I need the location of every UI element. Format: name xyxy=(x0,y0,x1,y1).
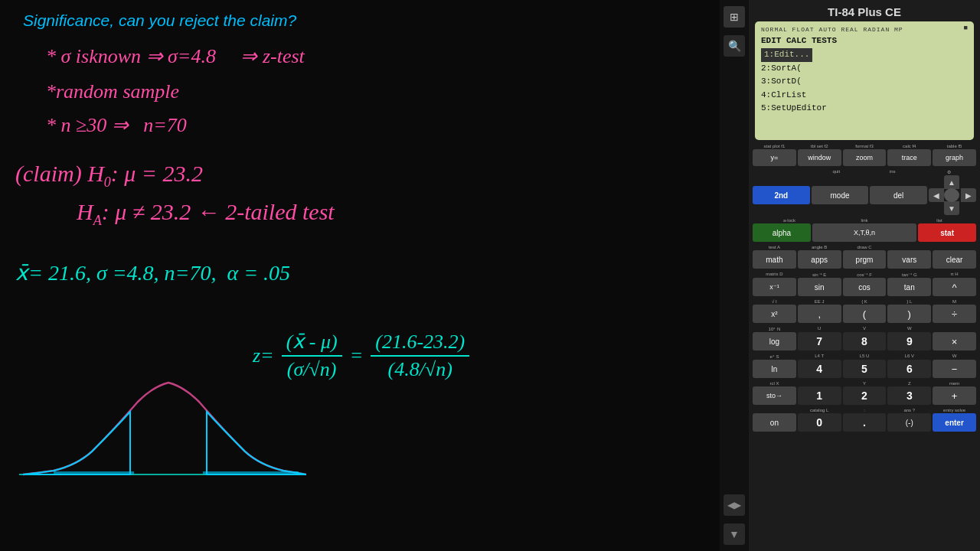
y-equals-button[interactable]: y= xyxy=(753,149,796,166)
on-button[interactable]: on xyxy=(753,413,796,432)
enter-button[interactable]: enter xyxy=(933,413,976,432)
neg-button[interactable]: (-) xyxy=(887,413,931,432)
5-button[interactable]: 5 xyxy=(843,360,887,378)
ln-button[interactable]: ln xyxy=(753,360,796,378)
line-n: * n ≥30 ⇒ n=70 xyxy=(46,113,187,137)
label-mem: mem xyxy=(933,381,976,386)
label-L6: L6 V xyxy=(887,354,931,359)
label-ins: ins xyxy=(865,169,920,174)
line-values: x̄= 21.6, σ =4.8, n=70, α = .05 xyxy=(15,260,290,285)
clear-button[interactable]: clear xyxy=(933,250,976,269)
label-L5: L5 U xyxy=(843,354,887,359)
multiply-button[interactable]: × xyxy=(933,332,976,350)
prgm-button[interactable]: prgm xyxy=(843,250,887,269)
1-button[interactable]: 1 xyxy=(798,386,841,405)
decimal-button[interactable]: . xyxy=(843,413,887,432)
tan-button[interactable]: tan xyxy=(887,278,931,296)
alpha-button[interactable]: alpha xyxy=(753,223,811,242)
x-inverse-button[interactable]: x⁻¹ xyxy=(753,278,796,296)
8-button[interactable]: 8 xyxy=(843,332,887,350)
del-button[interactable]: del xyxy=(870,186,927,204)
blackboard: Significance, can you reject the claim? … xyxy=(0,0,720,551)
calculator: TI-84 Plus CE NORMAL FLOAT AUTO REAL RAD… xyxy=(749,0,980,551)
menu-item-3[interactable]: 3:SortD( xyxy=(761,75,968,89)
sto-button[interactable]: sto→ xyxy=(753,386,796,405)
label-ex: eˣ S xyxy=(753,354,796,359)
label-test: test A xyxy=(753,245,796,249)
math-button[interactable]: math xyxy=(753,250,796,269)
label-rbrace: } L xyxy=(887,299,931,304)
label-stat-plot: stat plot f1 xyxy=(753,144,796,148)
label-calc: calc f4 xyxy=(887,144,931,148)
bell-curve xyxy=(15,367,306,490)
graph-button[interactable]: graph xyxy=(933,149,976,166)
nav-cross: ▲ ▼ ◀ ▶ xyxy=(929,175,976,215)
label-W: W xyxy=(887,326,931,331)
3-button[interactable]: 3 xyxy=(887,386,931,405)
nav-right-button[interactable]: ▶ xyxy=(961,188,976,202)
nav-down-button[interactable]: ▼ xyxy=(944,201,959,215)
label-draw: draw C xyxy=(843,245,887,249)
4-button[interactable]: 4 xyxy=(798,360,841,378)
menu-item-5[interactable]: 5:SetUpEditor xyxy=(761,102,968,116)
label-cos-inv: cos⁻¹ F xyxy=(843,272,887,277)
label-matrix: matrix D xyxy=(753,272,796,277)
6-button[interactable]: 6 xyxy=(887,360,931,378)
label-catalog: catalog L xyxy=(798,408,841,412)
7-button[interactable]: 7 xyxy=(798,332,841,350)
label-format: format f3 xyxy=(843,144,887,148)
label-quit: quit xyxy=(809,169,864,174)
nav-center xyxy=(944,188,959,202)
label-10x: 10ˣ N xyxy=(753,326,796,331)
rparen-button[interactable]: ) xyxy=(887,305,931,323)
panel-toggle-icon[interactable]: ◀▶ xyxy=(724,494,745,516)
chevron-down-icon[interactable]: ▼ xyxy=(724,523,745,545)
x-t-theta-n-button[interactable]: X,T,θ,n xyxy=(812,223,916,242)
trace-button[interactable]: trace xyxy=(887,149,931,166)
divide-button[interactable]: ÷ xyxy=(933,305,976,323)
2nd-button[interactable]: 2nd xyxy=(753,186,810,204)
x-squared-button[interactable]: x² xyxy=(753,305,796,323)
calc-title: TI-84 Plus CE xyxy=(749,0,980,21)
line-random: *random sample xyxy=(46,80,179,103)
menu-item-1[interactable]: 1:Edit... xyxy=(761,48,812,62)
label-mult-top xyxy=(933,326,976,331)
comma-button[interactable]: , xyxy=(798,305,841,323)
right-panel: ⊞ 🔍 ◀▶ ▼ TI-84 Plus CE NORMAL FLOAT AUTO… xyxy=(720,0,980,551)
label-clear-top xyxy=(933,245,976,249)
nav-left-button[interactable]: ◀ xyxy=(929,188,944,202)
menu-title: EDIT CALC TESTS xyxy=(761,36,968,45)
cos-button[interactable]: cos xyxy=(843,278,887,296)
menu-item-4[interactable]: 4:ClrList xyxy=(761,89,968,103)
label-Z: Y xyxy=(843,381,887,386)
label-link: link xyxy=(828,218,901,223)
sin-button[interactable]: sin xyxy=(798,278,841,296)
mode-button[interactable]: mode xyxy=(812,186,869,204)
plus-button[interactable]: + xyxy=(933,386,976,405)
9-button[interactable]: 9 xyxy=(887,332,931,350)
minus-button[interactable]: − xyxy=(933,360,976,378)
0-button[interactable]: 0 xyxy=(798,413,841,432)
label-vars-top xyxy=(887,245,931,249)
vars-button[interactable]: vars xyxy=(887,250,931,269)
zoom-button[interactable]: zoom xyxy=(843,149,887,166)
label-blank1 xyxy=(753,169,808,174)
label-3top: Z xyxy=(887,381,931,386)
log-button[interactable]: log xyxy=(753,332,796,350)
menu-item-2[interactable]: 2:SortA( xyxy=(761,62,968,76)
lparen-button[interactable]: ( xyxy=(843,305,887,323)
sidebar: ⊞ 🔍 ◀▶ ▼ xyxy=(720,0,749,551)
2-button[interactable]: 2 xyxy=(843,386,887,405)
calculator-icon[interactable]: ⊞ xyxy=(724,6,745,28)
label-table: table f5 xyxy=(933,144,976,148)
label-Y xyxy=(798,381,841,386)
label-U: U xyxy=(798,326,841,331)
label-pi: π H xyxy=(933,272,976,277)
nav-up-button[interactable]: ▲ xyxy=(944,175,959,189)
window-button[interactable]: window xyxy=(798,149,841,166)
label-angle: angle B xyxy=(798,245,841,249)
stat-button[interactable]: stat xyxy=(918,223,976,242)
apps-button[interactable]: apps xyxy=(798,250,841,269)
caret-button[interactable]: ^ xyxy=(933,278,976,296)
search-icon[interactable]: 🔍 xyxy=(724,35,745,57)
